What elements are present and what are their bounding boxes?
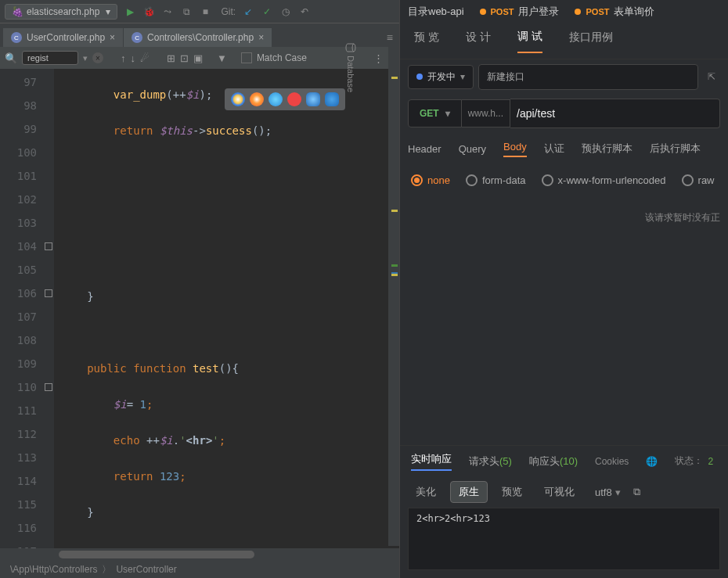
fold-icon[interactable] [45, 242, 52, 250]
name-input[interactable]: 新建接口 [478, 64, 698, 90]
copy-icon[interactable]: ⧉ [633, 486, 640, 498]
close-icon[interactable]: × [258, 32, 264, 43]
tab-postscript[interactable]: 后执行脚本 [650, 142, 701, 156]
git-pull-icon[interactable]: ↙ [242, 5, 254, 18]
path-input[interactable]: /api/test [510, 99, 720, 128]
resp-preview[interactable]: 预览 [494, 482, 530, 502]
breadcrumb-item[interactable]: UserController [116, 564, 176, 575]
database-tool-button[interactable]: Database [345, 43, 356, 92]
editor-minimap[interactable] [388, 45, 399, 546]
tab-options-icon[interactable]: ≡ [380, 28, 399, 47]
nav-debug[interactable]: 调 试 [517, 30, 542, 53]
fold-gutter [43, 69, 54, 548]
profile-icon[interactable]: ⧉ [180, 5, 193, 18]
request-tab-1[interactable]: POST 用户登录 [480, 5, 560, 19]
safari-icon[interactable] [268, 92, 283, 106]
method-badge: POST [586, 7, 609, 16]
fold-icon[interactable] [45, 289, 52, 297]
match-case-checkbox[interactable] [241, 52, 252, 63]
tab-label: Controllers\Controller.php [147, 32, 254, 43]
svg-point-0 [352, 44, 355, 52]
browser-icons-bar [225, 88, 345, 110]
git-history-icon[interactable]: ◷ [279, 5, 292, 18]
ie-icon[interactable] [306, 92, 320, 106]
scrollbar-thumb[interactable] [59, 551, 254, 558]
clear-search-icon[interactable]: × [92, 52, 103, 63]
status-selector[interactable]: 开发中 ▾ [408, 65, 474, 89]
expand-editor-icon[interactable]: ⇱ [703, 66, 720, 87]
nav-preview[interactable]: 预 览 [414, 31, 439, 52]
more-icon[interactable]: ⋮ [373, 52, 384, 64]
tab-controller[interactable]: C Controllers\Controller.php × [124, 28, 272, 47]
method-selector[interactable]: GET [408, 99, 462, 127]
editor-tabs: C UserController.php × C Controllers\Con… [0, 23, 399, 47]
host-box[interactable]: www.h... [462, 99, 510, 127]
unsaved-dot-icon [575, 9, 581, 15]
fold-icon[interactable] [45, 383, 52, 391]
tab-auth[interactable]: 认证 [544, 142, 564, 156]
resp-raw[interactable]: 原生 [450, 481, 488, 503]
close-icon[interactable]: × [110, 32, 115, 43]
debug-icon[interactable]: 🐞 [142, 5, 155, 18]
resp-live[interactable]: 实时响应 [411, 452, 452, 471]
select-all-icon[interactable]: ☄ [140, 52, 150, 64]
resp-cookies[interactable]: Cookies [595, 456, 629, 467]
git-commit-icon[interactable]: ✓ [261, 5, 273, 18]
method-badge: POST [491, 7, 514, 16]
tab-title: 表单询价 [614, 5, 654, 19]
radio-icon [411, 174, 423, 186]
encoding-selector[interactable]: utf8 [589, 483, 627, 501]
edge-icon[interactable] [325, 92, 339, 106]
filter-icon[interactable]: ▼ [217, 52, 227, 64]
opera-icon[interactable] [287, 92, 301, 106]
nav-design[interactable]: 设 计 [466, 31, 491, 52]
toggle-icon[interactable]: ▣ [193, 52, 203, 64]
globe-icon: 🌐 [646, 456, 658, 467]
database-icon [345, 43, 356, 52]
run-icon[interactable]: ▶ [124, 5, 136, 18]
response-body[interactable]: 2<hr>2<hr>123 [408, 508, 720, 570]
body-urlencoded[interactable]: x-www-form-urlencoded [542, 174, 666, 186]
code-content[interactable]: var_dump(++$i); return $this->success();… [54, 69, 399, 548]
resp-resp-headers[interactable]: 响应头(10) [529, 454, 578, 469]
tab-header[interactable]: Header [408, 143, 441, 155]
resp-req-headers[interactable]: 请求头(5) [469, 454, 512, 469]
breadcrumb-path[interactable]: \App\Http\Controllers [10, 564, 97, 575]
coverage-icon[interactable]: ⤳ [161, 5, 174, 18]
response-tabs: 实时响应 请求头(5) 响应头(10) Cookies 🌐 状态：2 [400, 445, 728, 476]
tab-query[interactable]: Query [459, 143, 486, 155]
editor-area[interactable]: 97 98 99 100 101 102 103 104 105 106 107… [0, 69, 399, 548]
firefox-icon[interactable] [250, 92, 264, 106]
body-raw[interactable]: raw [682, 174, 715, 186]
match-case-label: Match Case [257, 52, 307, 63]
ide-toolbar: 🍇 elasticsearch.php ▶ 🐞 ⤳ ⧉ ■ Git: ↙ ✓ ◷… [0, 0, 399, 23]
request-tabs: Header Query Body 认证 预执行脚本 后执行脚本 [400, 133, 728, 164]
search-icon: 🔍 [5, 52, 17, 64]
git-label: Git: [221, 6, 236, 17]
resp-visual[interactable]: 可视化 [536, 482, 582, 502]
body-form-data[interactable]: form-data [466, 174, 526, 186]
add-selection-icon[interactable]: ⊞ [167, 52, 175, 64]
resp-beautify[interactable]: 美化 [408, 482, 444, 502]
stop-icon[interactable]: ■ [199, 5, 211, 18]
tab-usercontroller[interactable]: C UserController.php × [3, 28, 123, 47]
horizontal-scrollbar[interactable] [0, 548, 399, 561]
chrome-icon[interactable] [231, 92, 245, 106]
request-tab-2[interactable]: POST 表单询价 [575, 5, 654, 19]
prev-match-icon[interactable]: ↑ [121, 52, 126, 64]
next-match-icon[interactable]: ↓ [131, 52, 136, 64]
dir-tab[interactable]: 目录web-api [408, 5, 464, 19]
radio-icon [682, 174, 694, 186]
tab-prescript[interactable]: 预执行脚本 [582, 142, 632, 156]
run-config-selector[interactable]: 🍇 elasticsearch.php [5, 4, 117, 20]
select-occurrences-icon[interactable]: ⊡ [180, 52, 189, 64]
tab-body[interactable]: Body [503, 141, 527, 157]
git-revert-icon[interactable]: ↶ [298, 5, 311, 18]
response-toolbar: 美化 原生 预览 可视化 utf8 ⧉ [400, 476, 728, 508]
breadcrumb[interactable]: \App\Http\Controllers 〉 UserController [0, 561, 399, 578]
search-input[interactable] [22, 51, 78, 65]
radio-icon [466, 174, 478, 186]
nav-examples[interactable]: 接口用例 [569, 31, 613, 52]
body-none[interactable]: none [411, 174, 450, 186]
resp-status-label: 状态：2 [675, 454, 713, 468]
